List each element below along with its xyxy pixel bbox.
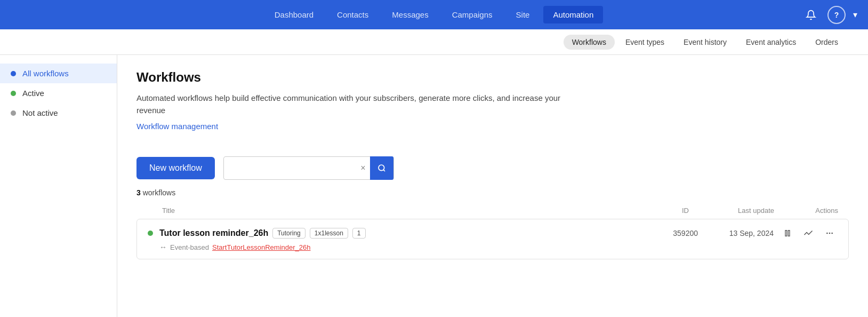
nav-icons: ? ▾ [802,6,857,24]
svg-point-3 [826,233,828,234]
svg-point-5 [831,233,833,234]
search-container: × [223,156,394,180]
toolbar: New workflow × [136,156,849,180]
workflow-row-bottom: ↔ Event-based StartTutorLessonReminder_2… [148,243,838,251]
event-type-label: Event-based [170,243,209,251]
workflow-title-area: Tutor lesson reminder_26h Tutoring 1x1le… [159,228,649,239]
svg-point-4 [829,233,831,234]
new-workflow-button[interactable]: New workflow [136,157,215,179]
workflow-count-number: 3 [136,188,141,197]
workflow-count: 3 workflows [136,188,849,197]
workflow-actions [780,227,838,240]
nav-dashboard[interactable]: Dashboard [265,6,323,23]
search-submit-button[interactable] [370,156,393,180]
nav-contacts[interactable]: Contacts [327,6,378,23]
bell-icon[interactable] [802,6,820,24]
search-clear-button[interactable]: × [356,163,369,173]
sidebar-item-all-workflows[interactable]: All workflows [0,64,117,83]
sidebar-item-not-active[interactable]: Not active [0,103,117,123]
event-name-link[interactable]: StartTutorLessonReminder_26h [212,243,311,251]
workflow-date: 13 Sep, 2024 [704,229,774,237]
svg-rect-2 [788,231,790,236]
page-title: Workflows [136,70,849,85]
sidebar: All workflows Active Not active [0,55,117,317]
trend-button[interactable] [800,227,816,240]
dot-gray-icon [11,110,16,116]
col-id: ID [625,207,689,215]
description-text: Automated workflows help build effective… [136,92,563,116]
nav-campaigns[interactable]: Campaigns [443,6,502,23]
workflow-id: 359200 [655,229,698,237]
pause-button[interactable] [780,227,795,240]
workflow-status-dot [148,231,153,236]
subnav-orders[interactable]: Orders [807,35,847,50]
workflow-tag-tutoring[interactable]: Tutoring [272,228,306,239]
nav-messages[interactable]: Messages [382,6,438,23]
workflow-count-label: workflows [143,188,175,197]
top-nav: Dashboard Contacts Messages Campaigns Si… [0,0,868,29]
nav-site[interactable]: Site [507,6,540,23]
search-input[interactable] [224,160,357,177]
event-arrow-icon: ↔ [159,243,167,251]
nav-links: Dashboard Contacts Messages Campaigns Si… [11,6,857,23]
workflow-management-link[interactable]: Workflow management [136,122,218,131]
subnav-event-types[interactable]: Event types [617,35,673,50]
svg-point-0 [379,165,384,171]
col-last-update: Last update [689,207,774,215]
svg-rect-1 [785,231,787,236]
dot-green-icon [11,91,16,96]
col-title: Title [162,207,625,215]
sidebar-label-all: All workflows [22,69,69,78]
main-content: Workflows Automated workflows help build… [117,55,868,317]
more-options-button[interactable] [822,227,838,240]
workflow-tag-1x1lesson[interactable]: 1x1lesson [310,228,348,239]
workflow-row: Tutor lesson reminder_26h Tutoring 1x1le… [136,219,849,259]
nav-automation[interactable]: Automation [543,6,603,23]
subnav-workflows[interactable]: Workflows [564,35,615,50]
sidebar-label-active: Active [22,89,44,98]
sub-nav: Workflows Event types Event history Even… [0,29,868,55]
subnav-event-analytics[interactable]: Event analytics [737,35,805,50]
subnav-event-history[interactable]: Event history [675,35,735,50]
workflow-tag-number[interactable]: 1 [352,228,366,239]
sidebar-item-active[interactable]: Active [0,83,117,103]
workflow-row-top: Tutor lesson reminder_26h Tutoring 1x1le… [148,227,838,240]
sidebar-label-not-active: Not active [22,108,58,117]
dot-blue-icon [11,71,16,76]
help-icon[interactable]: ? [827,6,846,24]
chevron-down-icon[interactable]: ▾ [853,10,857,20]
table-header: Title ID Last update Actions [136,204,849,217]
workflow-title-text: Tutor lesson reminder_26h [159,228,268,238]
col-actions: Actions [774,207,838,215]
main-layout: All workflows Active Not active Workflow… [0,55,868,317]
